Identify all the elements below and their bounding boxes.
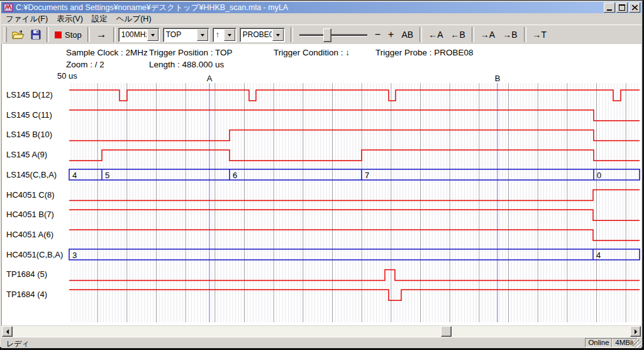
channel-label: HC4051 B(7) <box>6 210 54 219</box>
menu-item-1[interactable]: 表示(V) <box>52 13 87 25</box>
zoom-slider-track <box>299 34 367 37</box>
menu-item-3[interactable]: ヘルプ(H) <box>112 13 156 25</box>
zoom-slider-thumb[interactable] <box>323 28 331 42</box>
menu-bar: ファイル(F)表示(V)設定ヘルプ(H) <box>1 13 641 25</box>
trigger-probe-info: Trigger Probe : PROBE08 <box>375 48 474 57</box>
waveform-plot-area[interactable] <box>68 71 640 324</box>
close-button[interactable] <box>629 3 640 13</box>
toolbar-separator <box>419 27 422 42</box>
channel-label: LS145 C(11) <box>6 110 52 120</box>
toolbar-separator <box>524 27 526 42</box>
chevron-down-icon[interactable] <box>272 29 284 41</box>
zoom-out-button[interactable]: − <box>371 27 384 42</box>
sample-clock-info: Sample Clock : 2MHz <box>66 48 148 57</box>
maximize-button[interactable] <box>616 3 628 13</box>
channel-label: HC4051 C(8) <box>6 190 55 200</box>
menu-item-0[interactable]: ファイル(F) <box>1 13 52 25</box>
scrollbar-thumb[interactable] <box>441 326 452 337</box>
ab-range-button[interactable]: AB <box>397 27 417 42</box>
status-bar: レディ Online 4MBit <box>1 337 641 348</box>
toolbar: Stop → 100MHz TOP ↑ PROBE00 − + AB ←A <box>1 25 641 45</box>
app-icon <box>3 3 13 12</box>
zoom-info: Zoom : / 2 <box>66 60 104 69</box>
length-info: Length : 488.000 us <box>149 60 224 69</box>
set-marker-b-button[interactable]: →B <box>499 27 521 42</box>
goto-marker-b-button[interactable]: ←B <box>447 27 469 42</box>
run-button[interactable]: → <box>92 27 111 42</box>
channel-label: HC4051 A(6) <box>6 230 53 239</box>
stop-button[interactable]: Stop <box>52 27 85 42</box>
channel-label: LS145(C,B,A) <box>6 170 57 179</box>
status-text: レディ <box>6 339 30 349</box>
trigger-probe-combo[interactable]: PROBE00 <box>240 28 285 42</box>
channel-label: LS145 D(12) <box>6 90 53 99</box>
window-title: C:¥Documents and Settings¥noname¥デスクトップ¥… <box>16 3 604 13</box>
trigger-position-combo[interactable]: TOP <box>163 28 209 42</box>
resize-grip[interactable] <box>633 339 641 347</box>
goto-trigger-button[interactable]: →T <box>529 27 551 42</box>
toolbar-grip[interactable] <box>4 27 7 42</box>
open-folder-icon <box>12 30 25 40</box>
channel-label: TP1684 (5) <box>6 269 47 279</box>
toolbar-separator <box>291 27 293 42</box>
channel-label: HC4051(C,B,A) <box>6 250 63 259</box>
time-scale-label: 50 us <box>57 71 77 81</box>
stop-label: Stop <box>65 30 82 40</box>
toolbar-separator <box>47 27 49 42</box>
arrow-right-icon <box>635 329 640 334</box>
close-icon <box>632 5 638 10</box>
maximize-icon <box>619 4 625 11</box>
trigger-position-info: Trigger Position : TOP <box>149 48 233 57</box>
save-disk-icon <box>31 30 41 40</box>
horizontal-scrollbar[interactable] <box>1 326 641 337</box>
channel-label: LS145 B(10) <box>6 130 52 139</box>
trigger-edge-combo[interactable]: ↑ <box>213 28 236 42</box>
zoom-slider[interactable] <box>299 27 367 42</box>
toolbar-separator <box>87 27 90 42</box>
arrow-left-icon <box>4 329 9 334</box>
menu-item-2[interactable]: 設定 <box>87 13 112 25</box>
toolbar-separator <box>113 27 116 42</box>
save-button[interactable] <box>28 27 44 42</box>
scroll-left-button[interactable] <box>2 326 13 337</box>
zoom-in-button[interactable]: + <box>384 27 397 42</box>
open-file-button[interactable] <box>9 27 28 42</box>
toolbar-separator <box>472 27 474 42</box>
chevron-down-icon[interactable] <box>197 29 208 41</box>
goto-marker-a-button[interactable]: ←A <box>425 27 447 42</box>
minimize-icon <box>607 9 612 11</box>
scroll-right-button[interactable] <box>630 326 641 337</box>
chevron-down-icon[interactable] <box>147 29 158 41</box>
minimize-button[interactable] <box>604 3 615 13</box>
channel-label: TP1684 (4) <box>6 290 47 299</box>
online-indicator: Online <box>585 338 613 347</box>
stop-icon <box>55 31 62 38</box>
chevron-down-icon[interactable] <box>224 29 235 41</box>
title-bar[interactable]: C:¥Documents and Settings¥noname¥デスクトップ¥… <box>1 2 641 13</box>
channel-label: LS145 A(9) <box>6 150 47 159</box>
set-marker-a-button[interactable]: →A <box>477 27 499 42</box>
sample-clock-combo[interactable]: 100MHz <box>118 28 160 42</box>
trigger-condition-info: Trigger Condition : ↓ <box>274 48 350 57</box>
